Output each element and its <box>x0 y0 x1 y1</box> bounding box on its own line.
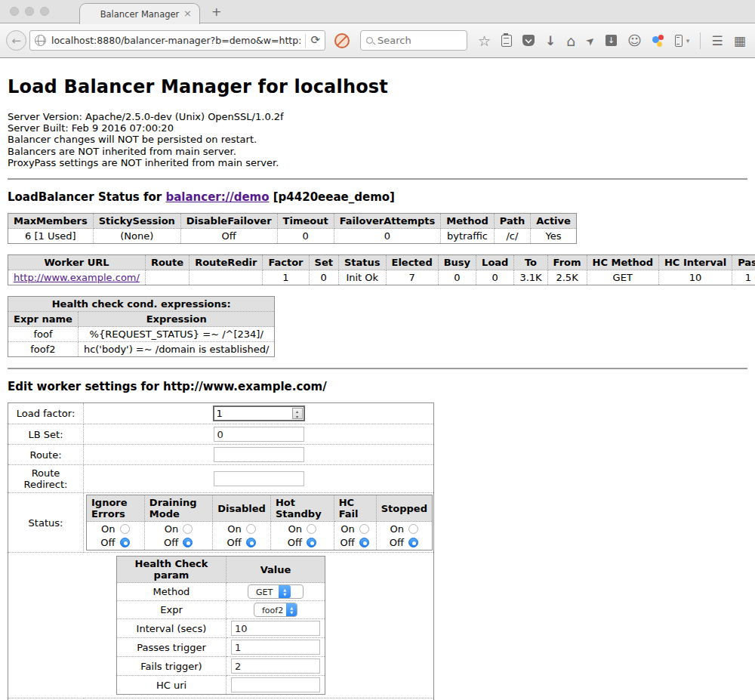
page-title: Load Balancer Manager for localhost <box>8 76 747 97</box>
heading-suffix: [p4420eeae_demo] <box>270 190 395 204</box>
table-header-row: Health Check param Value <box>117 557 325 583</box>
col-failoverattempts: FailoverAttempts <box>334 214 441 229</box>
proxypass-notice-line: ProxyPass settings are NOT inherited fro… <box>8 157 747 168</box>
hamburger-menu-icon[interactable]: ☰ <box>711 35 723 47</box>
health-check-expressions-table: Health check cond. expressions: Expr nam… <box>8 296 275 357</box>
adblock-icon[interactable] <box>334 33 350 48</box>
load-factor-input[interactable] <box>214 407 290 420</box>
lb-set-input[interactable] <box>214 427 304 442</box>
browser-chrome: Balancer Manager × + ← localhost:8880/ba… <box>0 0 755 58</box>
col-disablefailover: DisableFailover <box>180 214 277 229</box>
downloads-icon[interactable]: ↓ <box>545 35 556 47</box>
inherit-notice-line: Balancers are NOT inherited from main se… <box>8 146 747 157</box>
pocket-icon[interactable] <box>522 35 535 46</box>
navigation-toolbar: ← localhost:8880/balancer-manager?b=demo… <box>0 23 755 58</box>
passes-label: Passes trigger <box>117 638 226 657</box>
battery-extension-icon[interactable] <box>675 35 683 47</box>
col-method: Method <box>441 214 494 229</box>
hc-uri-row: HC uri <box>117 676 325 695</box>
edit-worker-heading: Edit worker settings for http://www.exam… <box>8 380 747 393</box>
search-input[interactable] <box>378 35 461 46</box>
table-header-row: Ignore Errors Draining Mode Disabled Hot… <box>87 495 433 522</box>
interval-row: Interval (secs) <box>117 619 325 638</box>
passes-input[interactable] <box>231 640 320 655</box>
hc-uri-label: HC uri <box>117 676 226 695</box>
status-row: Status: Ignore Errors Draining Mode Disa… <box>8 493 434 553</box>
col-disabled: Disabled <box>213 495 271 522</box>
bookmark-star-icon[interactable]: ☆ <box>478 35 491 47</box>
load-factor-label: Load factor: <box>8 403 84 424</box>
search-bar[interactable] <box>360 30 467 51</box>
balancer-status-table: MaxMembers StickySession DisableFailover… <box>8 213 577 244</box>
col-ignore-errors: Ignore Errors <box>87 495 145 522</box>
lb-set-row: LB Set: <box>8 424 434 445</box>
url-divider <box>305 34 306 48</box>
route-redirect-input[interactable] <box>214 471 304 486</box>
col-maxmembers: MaxMembers <box>8 214 94 229</box>
worker-url-link[interactable]: http://www.example.com/ <box>14 272 140 283</box>
col-hc-fail: HC Fail <box>334 495 376 522</box>
expr-select[interactable]: foof2 <box>254 603 297 617</box>
table-row: http://www.example.com/ 1 0 Init Ok 7 0 … <box>8 270 755 285</box>
new-tab-button[interactable]: + <box>211 6 221 18</box>
draining-mode-on-radio[interactable] <box>183 524 193 534</box>
col-worker-url: Worker URL <box>8 255 146 270</box>
route-input[interactable] <box>214 447 304 462</box>
table-row: 6 [1 Used] (None) Off 0 0 bytraffic /c/ … <box>8 229 577 244</box>
home-icon[interactable]: ⌂ <box>566 35 575 47</box>
hc-fail-off-radio[interactable] <box>359 538 369 547</box>
reload-icon[interactable]: ⟳ <box>310 35 320 46</box>
window-zoom-button[interactable] <box>40 7 49 16</box>
url-bar[interactable]: localhost:8880/balancer-manager?b=demo&w… <box>29 30 325 51</box>
ignore-errors-on-radio[interactable] <box>120 524 130 534</box>
window-minimize-button[interactable] <box>25 7 34 16</box>
interval-input[interactable] <box>231 621 320 636</box>
col-draining-mode: Draining Mode <box>144 495 212 522</box>
save-page-icon[interactable]: ↓ <box>606 35 617 46</box>
persist-notice-line: Balancer changes will NOT be persisted o… <box>8 134 747 145</box>
url-text: localhost:8880/balancer-manager?b=demo&w… <box>51 35 300 46</box>
col-path: Path <box>494 214 530 229</box>
page-tools-icon[interactable]: ▦ <box>734 35 746 47</box>
hc-fail-on-radio[interactable] <box>359 524 369 534</box>
reading-list-icon[interactable] <box>501 35 512 47</box>
balancer-demo-link[interactable]: balancer://demo <box>165 190 269 204</box>
table-row: foof %{REQUEST_STATUS} =~ /^[234]/ <box>8 327 275 342</box>
method-select[interactable]: GET <box>248 584 304 599</box>
divider <box>8 368 747 369</box>
hot-standby-off-radio[interactable] <box>307 538 316 547</box>
expr-label: Expr <box>117 601 226 619</box>
window-close-button[interactable] <box>10 7 19 16</box>
tab-close-icon[interactable]: × <box>183 8 192 18</box>
toolbar-icons: ☆ ↓ ⌂ ➤ ↓ ☺ ▾ ☰ ▦ <box>478 32 746 49</box>
ignore-errors-off-radio[interactable] <box>120 538 130 547</box>
feedback-smiley-icon[interactable]: ☺ <box>627 35 642 47</box>
send-tab-icon[interactable]: ➤ <box>584 33 598 48</box>
disabled-off-radio[interactable] <box>246 538 256 547</box>
browser-tab[interactable]: Balancer Manager × <box>79 3 200 24</box>
server-info: Server Version: Apache/2.5.0-dev (Unix) … <box>8 111 747 168</box>
route-label: Route: <box>8 445 84 465</box>
extension-dots-icon[interactable] <box>652 35 664 47</box>
stopped-on-radio[interactable] <box>408 524 418 534</box>
passes-row: Passes trigger <box>117 638 325 657</box>
divider <box>8 178 747 180</box>
status-options-table: Ignore Errors Draining Mode Disabled Hot… <box>86 495 433 550</box>
stopped-off-radio[interactable] <box>408 538 418 547</box>
col-stickysession: StickySession <box>93 214 180 229</box>
fails-input[interactable] <box>231 658 320 674</box>
col-timeout: Timeout <box>277 214 334 229</box>
table-header-row: Expr name Expression <box>8 312 275 327</box>
fails-label: Fails trigger) <box>117 657 226 676</box>
window-controls <box>10 7 49 16</box>
back-button[interactable]: ← <box>6 30 26 51</box>
back-icon: ← <box>11 34 21 48</box>
load-factor-row: Load factor: <box>8 403 434 424</box>
hc-uri-input[interactable] <box>231 677 320 692</box>
hot-standby-on-radio[interactable] <box>307 524 316 534</box>
number-spinner-icon[interactable] <box>292 408 303 419</box>
draining-mode-off-radio[interactable] <box>183 538 193 547</box>
chevron-down-icon[interactable]: ▾ <box>686 37 690 45</box>
table-header-row: Worker URL Route RouteRedir Factor Set S… <box>8 255 755 270</box>
disabled-on-radio[interactable] <box>246 524 256 534</box>
